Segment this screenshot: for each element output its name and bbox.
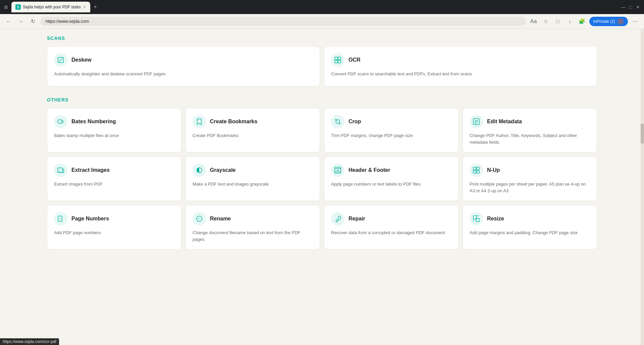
browser-window-action-buttons[interactable]: — □ ✕ (621, 4, 641, 10)
header-footer-description: Apply page numbers or text labels to PDF… (331, 181, 451, 188)
profile-button[interactable]: InPrivate (2) (589, 17, 628, 26)
deskew-icon (54, 53, 67, 67)
avatar (617, 18, 624, 25)
svg-line-18 (59, 168, 61, 171)
header-footer-header: H Header & Footer (331, 163, 451, 177)
extensions-icon[interactable]: 🧩 (577, 17, 587, 26)
svg-rect-23 (473, 167, 476, 170)
scans-cards-grid: Deskew Automatically straighten and desk… (47, 46, 597, 86)
downloads-icon[interactable]: ↓ (565, 17, 575, 26)
main-content: SCANS Deskew Automatically straighten an… (0, 29, 644, 267)
n-up-description: Print multiple pages per sheet per paper… (470, 181, 590, 194)
refresh-button[interactable]: ↻ (28, 17, 38, 26)
others-section-title: OTHERS (47, 97, 597, 102)
svg-point-6 (58, 120, 62, 124)
resize-card[interactable]: Resize Add page margins and padding, Cha… (463, 205, 597, 250)
n-up-title: N-Up (487, 167, 500, 173)
deskew-description: Automatically straighten and deskew scan… (54, 71, 313, 77)
reader-mode-icon[interactable]: Aa (529, 17, 538, 26)
repair-description: Recover data from a corrupted or damaged… (331, 229, 451, 236)
bates-numbering-description: Bates stamp multiple files at once (54, 132, 174, 139)
bates-numbering-card[interactable]: Bates Numbering Bates stamp multiple fil… (47, 108, 181, 152)
minimize-icon[interactable]: — (621, 4, 626, 10)
rename-description: Change document filename based on text f… (193, 229, 313, 243)
resize-header: Resize (470, 212, 590, 225)
collections-icon[interactable]: □ (553, 17, 562, 26)
svg-text:1↑: 1↑ (59, 217, 62, 220)
header-footer-card[interactable]: H Header & Footer Apply page numbers or … (324, 156, 459, 201)
forward-button[interactable]: → (16, 17, 25, 26)
svg-text:i: i (199, 217, 200, 221)
tab-title: Sejda helps with your PDF tasks (23, 5, 81, 9)
grayscale-description: Make a PDF text and images grayscale (193, 181, 313, 188)
edit-metadata-header: Edit Metadata (470, 115, 590, 128)
n-up-card[interactable]: N-Up Print multiple pages per sheet per … (463, 156, 597, 201)
rename-title: Rename (210, 216, 231, 222)
browser-window-controls[interactable]: ⊞ (3, 4, 9, 10)
deskew-card-header: Deskew (54, 53, 313, 67)
deskew-card[interactable]: Deskew Automatically straighten and desk… (47, 46, 320, 86)
header-footer-icon: H (331, 163, 344, 177)
extract-images-card[interactable]: Extract Images Extract images from PDF (47, 156, 181, 201)
page-numbers-card[interactable]: 1↑ Page Numbers Add PDF page numbers (47, 205, 181, 250)
others-section: OTHERS Bates Numbering Bates stamp multi… (47, 97, 597, 250)
create-bookmarks-card[interactable]: Create Bookmarks Create PDF Bookmarks (185, 108, 320, 152)
svg-text:H: H (337, 169, 339, 172)
edit-metadata-card[interactable]: Edit Metadata Change PDF Author, Title, … (463, 108, 597, 152)
back-button[interactable]: ← (4, 17, 13, 26)
tab-close-icon[interactable]: ✕ (83, 5, 86, 9)
crop-card[interactable]: Crop Trim PDF margins, change PDF page s… (324, 108, 459, 152)
resize-description: Add page margins and padding, Change PDF… (470, 229, 590, 236)
close-icon[interactable]: ✕ (635, 4, 641, 10)
scans-section: SCANS Deskew Automatically straighten an… (47, 36, 597, 86)
scrollbar-track[interactable] (641, 29, 644, 267)
extract-images-description: Extract images from PDF (54, 181, 174, 188)
rename-header: i Rename (193, 212, 313, 225)
grayscale-icon (193, 163, 206, 177)
svg-rect-13 (473, 119, 479, 125)
grayscale-header: Grayscale (193, 163, 313, 177)
active-tab[interactable]: S Sejda helps with your PDF tasks ✕ (11, 2, 90, 12)
rename-card[interactable]: i Rename Change document filename based … (185, 205, 320, 250)
svg-rect-5 (338, 60, 341, 63)
n-up-header: N-Up (470, 163, 590, 177)
ocr-card[interactable]: OCR Convert PDF scans to searchable text… (324, 46, 597, 86)
svg-rect-24 (477, 167, 479, 170)
svg-line-8 (62, 122, 64, 124)
page-numbers-icon: 1↑ (54, 212, 67, 225)
repair-card[interactable]: Repair Recover data from a corrupted or … (324, 205, 459, 250)
crop-icon (331, 115, 344, 128)
edit-metadata-title: Edit Metadata (487, 119, 522, 125)
svg-rect-2 (335, 57, 337, 60)
svg-point-29 (197, 216, 202, 221)
crop-description: Trim PDF margins, change PDF page size (331, 132, 451, 139)
crop-header: Crop (331, 115, 451, 128)
grid-icon[interactable]: ⊞ (3, 4, 9, 10)
deskew-title: Deskew (71, 57, 92, 63)
tab-favicon: S (15, 4, 21, 10)
grayscale-card[interactable]: Grayscale Make a PDF text and images gra… (185, 156, 320, 201)
menu-icon[interactable]: ⋯ (631, 17, 640, 26)
new-tab-icon[interactable]: + (92, 4, 99, 11)
ocr-description: Convert PDF scans to searchable text and… (331, 71, 590, 77)
bates-numbering-header: Bates Numbering (54, 115, 174, 128)
repair-icon (331, 212, 344, 225)
bates-numbering-title: Bates Numbering (71, 119, 116, 125)
create-bookmarks-header: Create Bookmarks (193, 115, 313, 128)
page-numbers-title: Page Numbers (71, 216, 109, 222)
ocr-title: OCR (348, 57, 361, 63)
nav-bar: ← → ↻ https://www.sejda.com Aa ☆ □ ↓ 🧩 I… (0, 14, 644, 29)
svg-rect-17 (58, 168, 62, 172)
extract-images-header: Extract Images (54, 163, 174, 177)
address-bar[interactable]: https://www.sejda.com (40, 17, 526, 26)
edit-metadata-description: Change PDF Author, Title, Keywords, Subj… (470, 132, 590, 145)
crop-title: Crop (348, 119, 361, 125)
extract-images-icon (54, 163, 67, 177)
profile-label: InPrivate (2) (593, 19, 615, 24)
n-up-icon (470, 163, 483, 177)
rename-icon: i (193, 212, 206, 225)
others-cards-grid: Bates Numbering Bates stamp multiple fil… (47, 108, 597, 250)
maximize-icon[interactable]: □ (628, 4, 633, 10)
favorites-icon[interactable]: ☆ (541, 17, 550, 26)
scrollbar-thumb[interactable] (641, 124, 644, 144)
